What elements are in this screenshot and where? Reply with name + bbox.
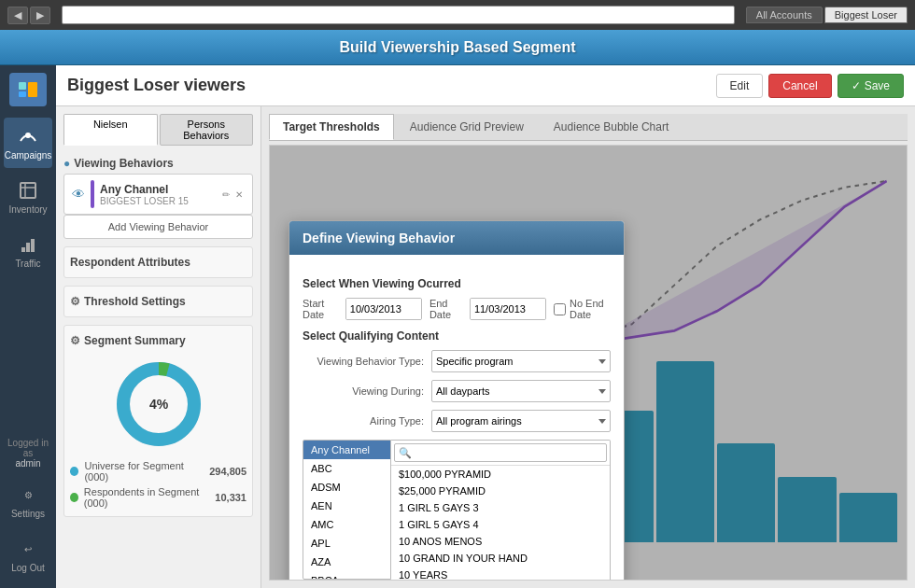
body-area: Nielsen Persons Behaviors ● Viewing Beha… <box>56 106 915 588</box>
respondent-label: Respondent Attributes <box>70 256 190 269</box>
tab-all-accounts[interactable]: All Accounts <box>746 7 823 23</box>
viewing-behavior-item: 👁 Any Channel BIGGEST LOSER 15 ✏ ✕ <box>63 174 253 215</box>
behavior-sub: BIGGEST LOSER 15 <box>100 196 215 206</box>
cancel-button[interactable]: Cancel <box>768 74 831 98</box>
end-date-calendar-icon[interactable]: 📅 <box>545 301 546 318</box>
program-item-7[interactable]: 10 YEARS <box>391 567 610 581</box>
eye-icon-2: 👁 <box>72 187 85 202</box>
right-panel: Target Thresholds Audience Grid Preview … <box>261 106 915 588</box>
program-item-4[interactable]: 1 GIRL 5 GAYS 4 <box>391 516 610 533</box>
svg-rect-7 <box>21 247 25 252</box>
airing-type-select[interactable]: All program airings <box>431 410 611 432</box>
gear-icon-2: ⚙ <box>70 334 80 347</box>
threshold-settings-header[interactable]: ⚙ Threshold Settings <box>70 292 246 311</box>
viewing-type-row: Viewing Behavior Type: Specific program <box>303 350 611 372</box>
respondent-attributes-header[interactable]: Respondent Attributes <box>70 253 246 272</box>
save-button[interactable]: ✓ Save <box>838 74 904 98</box>
behavior-actions: ✏ ✕ <box>220 188 245 202</box>
date-row: Start Date 📅 End Date 📅 <box>303 298 611 320</box>
tab-nielsen[interactable]: Nielsen <box>63 114 158 146</box>
program-search-input[interactable] <box>394 443 607 462</box>
tab-audience-grid[interactable]: Audience Grid Preview <box>396 114 538 140</box>
sidebar-item-settings[interactable]: ⚙ Settings <box>4 476 52 526</box>
channel-item-adsm[interactable]: ADSM <box>303 478 390 497</box>
logo-icon <box>17 80 39 99</box>
program-panel: $100,000 PYRAMID $25,000 PYRAMID 1 GIRL … <box>391 440 611 581</box>
end-date-input-wrap[interactable]: 📅 <box>470 298 546 320</box>
segment-summary-header[interactable]: ⚙ Segment Summary <box>70 331 246 350</box>
channel-list[interactable]: Any Channel ABC ADSM AEN AMC APL AZA BBC… <box>303 440 391 580</box>
start-date-label: Start Date <box>303 298 338 320</box>
segment-summary-section: ⚙ Segment Summary 4% <box>63 325 253 517</box>
program-item-6[interactable]: 10 GRAND IN YOUR HAND <box>391 550 610 567</box>
viewing-behaviors-title: ● Viewing Behaviors <box>63 153 253 174</box>
add-viewing-behavior-button[interactable]: Add Viewing Behavior <box>63 215 253 239</box>
tab-persons-behaviors[interactable]: Persons Behaviors <box>160 114 254 146</box>
sidebar-item-inventory[interactable]: Inventory <box>4 172 52 222</box>
channel-item-aza[interactable]: AZA <box>303 553 390 571</box>
channel-program-area: Any Channel ABC ADSM AEN AMC APL AZA BBC… <box>303 440 611 581</box>
start-date-calendar-icon[interactable]: 📅 <box>421 301 422 318</box>
svg-rect-0 <box>19 82 26 90</box>
start-date-input[interactable] <box>346 299 421 319</box>
edit-icon[interactable]: ✏ <box>220 188 232 202</box>
airing-type-row: Airing Type: All program airings <box>303 410 611 432</box>
respondents-legend: Respondents in Segment (000) 10,331 <box>70 484 246 511</box>
sidebar: Campaigns Inventory Traffic Logged in as… <box>0 65 56 588</box>
channel-item-apl[interactable]: APL <box>303 534 390 553</box>
viewing-behaviors-section: ● Viewing Behaviors 👁 Any Channel BIGGES… <box>63 153 253 239</box>
behavior-name: Any Channel <box>100 183 215 196</box>
donut-chart: 4% <box>112 357 205 451</box>
viewing-type-label: Viewing Behavior Type: <box>303 356 424 367</box>
tab-target-thresholds[interactable]: Target Thresholds <box>269 114 394 140</box>
program-list: $100,000 PYRAMID $25,000 PYRAMID 1 GIRL … <box>391 466 610 581</box>
program-item-5[interactable]: 10 ANOS MENOS <box>391 533 610 550</box>
no-end-date-checkbox-row[interactable]: No End Date <box>554 298 611 320</box>
modal-body: Select When Viewing Ocurred Start Date 📅… <box>289 255 624 581</box>
channel-item-amc[interactable]: AMC <box>303 515 390 534</box>
define-viewing-behavior-modal: Define Viewing Behavior Select When View… <box>289 220 625 581</box>
qualifying-content-title: Select Qualifying Content <box>303 329 611 343</box>
program-item-1[interactable]: $100,000 PYRAMID <box>391 466 610 483</box>
threshold-settings-section: ⚙ Threshold Settings <box>63 286 253 317</box>
edit-button[interactable]: Edit <box>716 74 764 98</box>
sidebar-item-campaigns[interactable]: Campaigns <box>4 118 52 168</box>
svg-text:4%: 4% <box>148 397 168 412</box>
delete-icon[interactable]: ✕ <box>233 188 245 202</box>
program-item-2[interactable]: $25,000 PYRAMID <box>391 483 610 499</box>
modal-header: Define Viewing Behavior <box>289 221 624 255</box>
sidebar-bottom: Logged in as admin ⚙ Settings ↩ Log Out <box>0 434 56 588</box>
svg-rect-1 <box>19 91 26 97</box>
app-header: Build Viewership Based Segment <box>0 30 915 65</box>
tab-audience-bubble[interactable]: Audience Bubble Chart <box>540 114 683 140</box>
universe-label: Universe for Segment (000) <box>84 460 204 483</box>
universe-dot <box>70 467 78 476</box>
channel-item-aen[interactable]: AEN <box>303 497 390 515</box>
channel-item-abc[interactable]: ABC <box>303 459 390 478</box>
viewing-type-select[interactable]: Specific program <box>431 350 611 372</box>
main-layout: Campaigns Inventory Traffic Logged in as… <box>0 65 915 588</box>
forward-button[interactable]: ▶ <box>30 7 50 24</box>
url-bar[interactable] <box>62 6 735 24</box>
no-end-date-label: No End Date <box>570 298 611 320</box>
donut-chart-container: 4% <box>70 350 246 458</box>
respondents-dot <box>70 493 78 502</box>
top-bar: ◀ ▶ All Accounts Biggest Loser <box>0 0 915 30</box>
modal-title: Define Viewing Behavior <box>303 231 455 245</box>
program-item-3[interactable]: 1 GIRL 5 GAYS 3 <box>391 499 610 516</box>
sidebar-item-logout[interactable]: ↩ Log Out <box>4 530 52 581</box>
end-date-input[interactable] <box>471 299 545 319</box>
start-date-input-wrap[interactable]: 📅 <box>345 298 422 320</box>
viewing-during-label: Viewing During: <box>303 385 424 397</box>
viewing-during-select[interactable]: All dayparts <box>431 380 611 402</box>
svg-rect-2 <box>28 82 37 97</box>
back-button[interactable]: ◀ <box>7 7 28 24</box>
no-end-date-checkbox[interactable] <box>554 303 566 315</box>
behavior-info: Any Channel BIGGEST LOSER 15 <box>100 183 215 206</box>
tab-biggest-loser[interactable]: Biggest Loser <box>824 7 908 23</box>
sidebar-item-traffic[interactable]: Traffic <box>4 226 52 276</box>
gear-icon: ⚙ <box>70 295 80 308</box>
channel-item-bbca[interactable]: BBCA <box>303 571 390 580</box>
channel-item-any[interactable]: Any Channel <box>303 441 390 459</box>
respondents-label: Respondents in Segment (000) <box>84 486 210 509</box>
